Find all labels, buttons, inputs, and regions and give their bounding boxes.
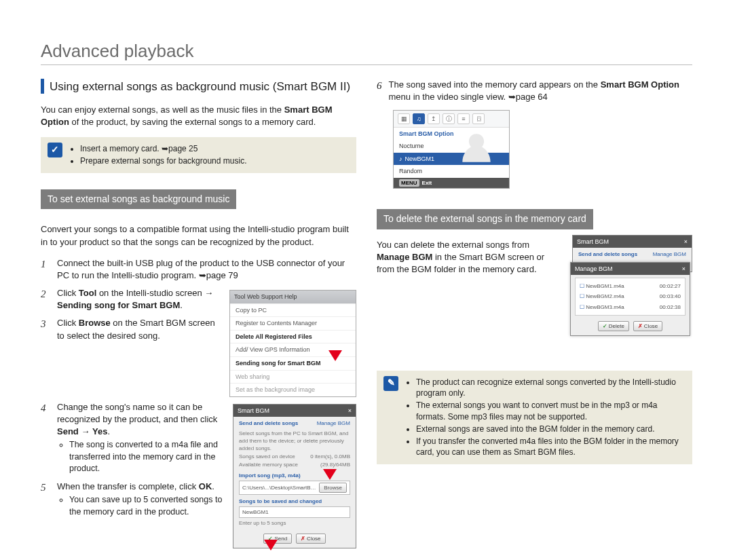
osd-option-selected: NewBGM1: [394, 153, 509, 166]
info-icon: ⓘ: [443, 113, 455, 124]
checkmark-icon: ✓: [48, 143, 62, 157]
bgm-file-list: ☐ NewBGM1.m4a00:02:27 ☐ NewBGM2.m4a00:03…: [575, 278, 685, 316]
step-bold: Tool: [79, 288, 96, 298]
tool-menu-screenshot: Tool Web Support Help Copy to PC Registe…: [229, 290, 356, 397]
list-item: ☐ NewBGM2.m4a00:03:40: [576, 291, 685, 301]
osd-footer: MENUExit: [394, 178, 509, 188]
tool-menu-bar: Tool Web Support Help: [230, 291, 356, 303]
step-text: Click: [57, 288, 79, 298]
manage-bgm-dialog: Manage BGM× ☐ NewBGM1.m4a00:02:27 ☐ NewB…: [570, 262, 690, 336]
step-text: When the transfer is complete, click: [57, 481, 199, 491]
info-item: The external songs you want to convert m…: [416, 400, 685, 423]
step-6-number: 6: [377, 79, 382, 93]
para-text: You can delete the external songs from: [377, 240, 529, 250]
prereq-item: Prepare external songs for background mu…: [80, 155, 246, 167]
info-item: External songs are saved into the BGM fo…: [416, 424, 685, 435]
step-text: Click: [57, 318, 79, 328]
step-text: menu in the video single view. ➥page 64: [389, 92, 548, 102]
info-item: The product can recognize external songs…: [416, 377, 685, 400]
step-bold: OK: [199, 481, 212, 491]
manual-page: Advanced playback Using external songs a…: [0, 0, 733, 560]
step-6-row: 6 The song saved into the memory card ap…: [377, 79, 692, 103]
info-note: ✎ The product can recognize external son…: [377, 371, 692, 465]
steps-list: Connect the built-in USB plug of the pro…: [41, 257, 356, 518]
step-text: .: [212, 481, 214, 491]
label: Available memory space: [239, 461, 298, 468]
step-text: →: [79, 426, 92, 436]
step-5: When the transfer is complete, click OK.…: [41, 481, 356, 518]
manage-bgm-link: Manage BGM: [653, 250, 686, 259]
step-text: .: [107, 426, 110, 436]
value: 0 item(s), 0.0MB: [310, 453, 350, 460]
step-bold: Sending song for Smart BGM: [57, 300, 180, 310]
page-title: Advanced playback: [41, 41, 692, 65]
para-bold: Manage BGM: [377, 252, 432, 262]
close-button-icon: ✗Close: [633, 321, 662, 331]
dialog-desc: Select songs from the PC to Smart BGM, a…: [239, 430, 350, 453]
close-button-icon: ✗Close: [296, 534, 325, 544]
close-icon: ×: [684, 238, 688, 246]
dialog-note: Enter up to 5 songs: [239, 519, 350, 527]
sub-intro: Convert your songs to a compatible forma…: [41, 223, 356, 248]
thumb-icon: ▦: [398, 113, 410, 124]
osd-menu-title: Smart BGM Option: [394, 128, 509, 140]
subheader-delete-songs: To delete the external songs in the memo…: [377, 209, 593, 229]
close-icon: ×: [682, 265, 685, 274]
step-text: Connect the built-in USB plug of the pro…: [57, 258, 345, 280]
dialog-label: Send and delete songs: [239, 419, 298, 427]
prerequisite-note: ✓ Insert a memory card. ➥page 25 Prepare…: [41, 137, 356, 173]
step-4: Smart BGM× Send and delete songs Manage …: [41, 401, 356, 475]
tool-menu-item: Set as the background image: [230, 383, 356, 396]
step-text: Change the song's name so it can be reco…: [57, 402, 217, 424]
step-5-bullets: You can save up to 5 converted songs to …: [57, 494, 356, 518]
red-arrow-icon: [323, 469, 337, 480]
intelli-tool-menu: Tool Web Support Help Copy to PC Registe…: [229, 290, 356, 397]
delete-button-icon: ✓Delete: [598, 321, 629, 331]
label: Songs saved on device: [239, 453, 295, 460]
info-item: If you transfer the converted m4a files …: [416, 436, 685, 459]
smart-bgm-dialog: Smart BGM× Send and delete songs Manage …: [233, 404, 356, 548]
bullet: You can save up to 5 converted songs to …: [69, 494, 356, 518]
intro-text-2: of the product, by saving the external s…: [69, 117, 316, 127]
intro-text-1: You can enjoy external songs, as well as…: [41, 105, 284, 115]
manage-bgm-link: Manage BGM: [317, 419, 350, 428]
camera-osd: ▦ ♫ ↥ ⓘ ≡ ⌼ Smart BGM Option Nocturne Ne…: [393, 110, 510, 189]
step-text: on the Intelli-studio screen →: [96, 288, 213, 298]
close-icon: ×: [348, 407, 352, 415]
prereq-item: Insert a memory card. ➥page 25: [80, 143, 246, 155]
step-1: Connect the built-in USB plug of the pro…: [41, 257, 356, 282]
content-columns: Using external songs as background music…: [41, 79, 692, 553]
right-column: 6 The song saved into the memory card ap…: [377, 79, 692, 553]
protect-icon: ⌼: [472, 113, 485, 124]
music-icon: ♫: [413, 113, 425, 124]
step-bold: Smart BGM Option: [601, 79, 679, 90]
smart-bgm-dialog-screenshot: Smart BGM× Send and delete songs Manage …: [233, 404, 356, 548]
manage-bgm-screenshot-stack: Smart BGM× Send and delete songs Manage …: [570, 235, 692, 343]
dialog-title-bar: Smart BGM×: [233, 405, 356, 417]
step-2: Tool Web Support Help Copy to PC Registe…: [41, 287, 356, 312]
osd-option: Nocturne: [394, 140, 509, 153]
red-arrow-icon: [328, 350, 342, 361]
step-text: The song saved into the memory card appe…: [389, 79, 601, 90]
subheader-set-songs: To set external songs as background musi…: [41, 189, 236, 210]
heading-bar-icon: [41, 79, 44, 94]
osd-option: Random: [394, 165, 509, 178]
red-arrow-icon: [264, 540, 278, 550]
list-item: ☐ NewBGM3.m4a00:02:38: [576, 302, 685, 312]
list-item: ☐ NewBGM1.m4a00:02:27: [576, 281, 685, 291]
camera-menu-screenshot: ▦ ♫ ↥ ⓘ ≡ ⌼ Smart BGM Option Nocturne Ne…: [393, 110, 692, 189]
pencil-icon: ✎: [383, 376, 398, 391]
info-list: The product can recognize external songs…: [405, 376, 685, 460]
step-bold: Browse: [79, 318, 111, 328]
prereq-list: Insert a memory card. ➥page 25 Prepare e…: [69, 143, 246, 168]
value: (29.8)/64MB: [320, 461, 350, 468]
tool-menu-item: Web sharing: [230, 370, 356, 384]
section-heading: Using external songs as background music…: [50, 79, 350, 95]
share-icon: ↥: [428, 113, 440, 124]
step-text: .: [180, 300, 183, 310]
osd-icon-row: ▦ ♫ ↥ ⓘ ≡ ⌼: [394, 111, 509, 128]
section-heading-row: Using external songs as background music…: [41, 79, 356, 95]
step-3: Click Browse on the Smart BGM screen to …: [41, 317, 356, 341]
exit-label: Exit: [422, 179, 432, 187]
step-6-text: The song saved into the memory card appe…: [389, 79, 693, 103]
